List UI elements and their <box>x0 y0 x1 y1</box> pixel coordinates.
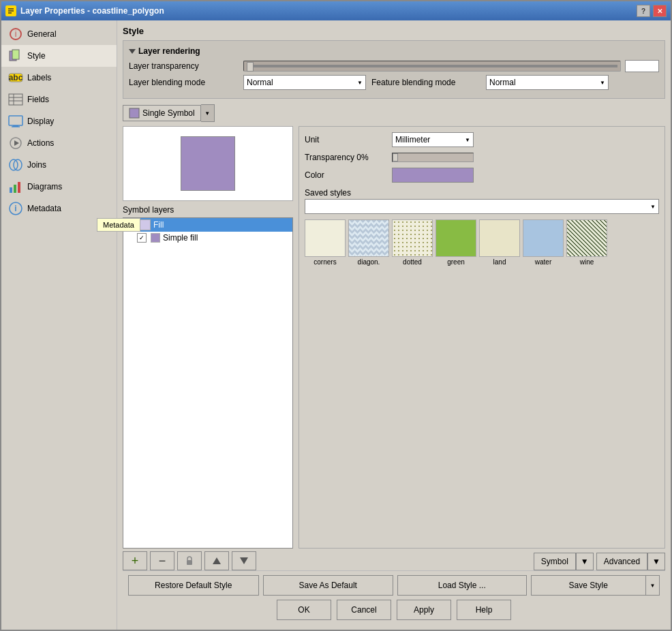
svg-rect-23 <box>18 182 20 193</box>
advanced-button-arrow[interactable]: ▼ <box>647 553 665 570</box>
sidebar-item-joins-label: Joins <box>27 160 46 170</box>
layer-rendering-title: Layer rendering <box>129 46 659 56</box>
style-tile-diagonal[interactable]: diagon. <box>348 219 389 266</box>
collapse-icon[interactable] <box>129 49 136 54</box>
load-style-button[interactable]: Load Style ... <box>397 575 527 596</box>
sidebar-item-actions[interactable]: Actions <box>1 132 117 154</box>
symbol-advanced-bar: Symbol ▼ Advanced ▼ <box>299 553 665 570</box>
close-button[interactable]: ✕ <box>653 5 667 17</box>
labels-icon: abc <box>8 70 23 85</box>
apply-button[interactable]: Apply <box>397 600 451 620</box>
simple-fill-checkbox[interactable]: ✓ <box>137 233 147 243</box>
help-button[interactable]: ? <box>637 5 650 17</box>
layer-blending-arrow: ▼ <box>354 80 363 86</box>
sidebar-item-fields[interactable]: Fields <box>1 89 117 110</box>
prop-transparency-label: Transparency 0% <box>305 153 386 162</box>
prop-transparency-slider[interactable] <box>392 153 474 162</box>
transparency-spin[interactable]: 0 <box>625 60 659 72</box>
diagrams-icon <box>8 179 23 194</box>
panel-title: Style <box>123 26 665 36</box>
sidebar-item-diagrams[interactable]: Diagrams <box>1 176 117 198</box>
lock-layer-button[interactable] <box>177 551 202 570</box>
land-label: land <box>493 258 506 266</box>
style-panel: Style Layer rendering Layer transparency… <box>117 20 671 630</box>
down-arrow-icon <box>239 556 249 566</box>
styles-grid: corners diagon. dotted <box>305 219 659 266</box>
svg-rect-21 <box>10 187 12 193</box>
blending-row: Layer blending mode Normal ▼ Feature ble… <box>129 75 659 90</box>
save-style-group: Save Style ▼ <box>531 575 660 596</box>
single-symbol-dropdown-arrow[interactable]: ▼ <box>201 104 215 122</box>
up-arrow-icon <box>212 556 222 566</box>
symbol-button[interactable]: Symbol <box>534 553 576 570</box>
svg-text:i: i <box>15 29 17 39</box>
save-as-default-button[interactable]: Save As Default <box>263 575 394 596</box>
symbol-button-arrow[interactable]: ▼ <box>576 553 594 570</box>
single-symbol-button[interactable]: Single Symbol <box>123 105 201 121</box>
metadata-tooltip: Metadata <box>97 218 140 232</box>
remove-layer-button[interactable]: − <box>150 551 174 570</box>
window-title: Layer Properties - coastline_polygon <box>20 6 164 16</box>
symbol-preview <box>123 126 293 201</box>
svg-rect-22 <box>14 185 16 193</box>
sidebar-item-general[interactable]: i General <box>1 23 117 45</box>
color-swatch[interactable] <box>392 168 474 183</box>
dotted-label: dotted <box>403 258 422 266</box>
cancel-button[interactable]: Cancel <box>337 600 391 620</box>
sidebar-item-diagrams-label: Diagrams <box>27 182 62 191</box>
move-down-button[interactable] <box>232 551 256 570</box>
metadata-icon: i <box>8 201 23 216</box>
style-tile-land[interactable]: land <box>479 219 520 266</box>
style-tile-wine[interactable]: wine <box>566 219 607 266</box>
footer-row2: OK Cancel Apply Help <box>128 600 660 620</box>
sidebar-item-actions-label: Actions <box>27 138 54 148</box>
style-tile-corners[interactable]: corners <box>305 219 346 266</box>
transparency-slider[interactable] <box>243 61 621 72</box>
footer-row1: Restore Default Style Save As Default Lo… <box>128 575 660 596</box>
single-symbol-bar: Single Symbol ▼ <box>123 104 665 122</box>
saved-styles-section: Saved styles ▼ <box>305 188 659 214</box>
feature-blending-dropdown[interactable]: Normal ▼ <box>486 75 609 90</box>
save-style-button[interactable]: Save Style <box>531 575 647 596</box>
app-icon <box>5 5 16 16</box>
simple-fill-label: Simple fill <box>163 233 198 243</box>
symbol-layers-label: Symbol layers <box>123 205 293 215</box>
svg-rect-27 <box>187 560 192 565</box>
sidebar-item-joins[interactable]: Joins <box>1 154 117 176</box>
symbol-layer-simple-fill[interactable]: ✓ Simple fill <box>123 232 292 244</box>
content-area: i General Style abc Labels Fields Displa… <box>1 20 671 630</box>
sidebar-item-metadata[interactable]: i Metadata Metadata <box>1 198 117 219</box>
prop-transparency-row: Transparency 0% <box>305 153 659 162</box>
symbol-left-panel: Symbol layers ✓ Fill ✓ Simple fill <box>123 126 293 570</box>
symbol-layer-fill[interactable]: ✓ Fill <box>123 218 292 232</box>
style-tile-dotted[interactable]: dotted <box>392 219 433 266</box>
dotted-preview <box>392 219 433 257</box>
lock-icon <box>184 555 195 566</box>
add-layer-button[interactable]: + <box>123 551 147 570</box>
sidebar-item-fields-label: Fields <box>27 95 49 104</box>
move-up-button[interactable] <box>204 551 229 570</box>
advanced-button[interactable]: Advanced <box>596 553 647 570</box>
sidebar-item-labels[interactable]: abc Labels <box>1 67 117 89</box>
titlebar: Layer Properties - coastline_polygon ? ✕ <box>1 1 671 20</box>
svg-text:i: i <box>14 204 16 213</box>
sidebar-item-display[interactable]: Display <box>1 110 117 132</box>
style-tile-water[interactable]: water <box>523 219 564 266</box>
sidebar-item-style[interactable]: Style <box>1 45 117 67</box>
color-row: Color <box>305 168 659 183</box>
restore-default-button[interactable]: Restore Default Style <box>128 575 259 596</box>
style-tile-green[interactable]: green <box>436 219 476 266</box>
load-style-group: Load Style ... <box>397 575 527 596</box>
general-icon: i <box>8 27 23 42</box>
unit-dropdown[interactable]: Millimeter ▼ <box>392 132 474 147</box>
land-preview <box>479 219 520 257</box>
ok-button[interactable]: OK <box>277 600 331 620</box>
corners-label: corners <box>314 258 336 266</box>
water-label: water <box>535 258 551 266</box>
saved-styles-dropdown[interactable]: ▼ <box>305 199 659 214</box>
layer-blending-dropdown[interactable]: Normal ▼ <box>243 75 366 90</box>
unit-label: Unit <box>305 135 386 144</box>
transparency-slider-container: 0 <box>243 60 659 72</box>
help-dialog-button[interactable]: Help <box>457 600 511 620</box>
save-style-arrow[interactable]: ▼ <box>646 575 660 596</box>
